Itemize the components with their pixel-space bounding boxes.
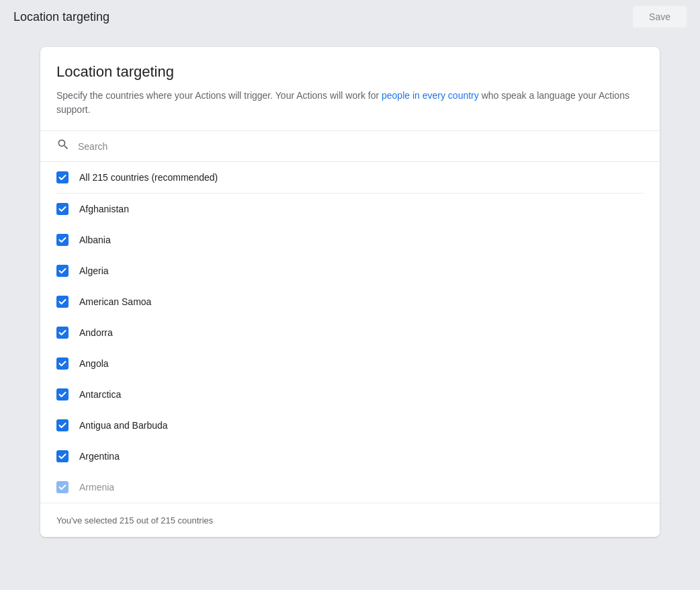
country-name: Algeria [79,265,109,276]
location-targeting-card: Location targeting Specify the countries… [40,47,660,537]
page-content: Location targeting Specify the countries… [0,34,700,550]
search-input[interactable] [78,141,644,152]
country-name: Angola [79,358,109,369]
checkbox[interactable] [56,450,69,462]
checkbox[interactable] [56,296,69,308]
list-item[interactable]: Andorra [40,317,660,348]
list-item[interactable]: Argentina [40,441,660,472]
list-item[interactable]: Armenia [40,472,660,503]
checkbox[interactable] [56,265,69,277]
page-title: Location targeting [13,10,110,24]
top-bar: Location targeting Save [0,0,700,34]
country-name: Afghanistan [79,204,129,214]
list-item[interactable]: All 215 countries (recommended) [40,162,660,193]
checkbox[interactable] [56,357,69,370]
country-name: Antarctica [79,389,121,400]
checkbox[interactable] [56,234,69,246]
footer-text: You've selected 215 out of 215 countries [56,515,213,525]
card-description: Specify the countries where your Actions… [56,89,634,117]
list-item[interactable]: Algeria [40,255,660,286]
country-name: Andorra [79,327,113,338]
country-name: Argentina [79,451,120,462]
country-name: American Samoa [79,296,151,307]
list-item[interactable]: Antigua and Barbuda [40,410,660,441]
card-header: Location targeting Specify the countries… [40,47,660,131]
country-list[interactable]: All 215 countries (recommended) Afghanis… [40,162,660,503]
card-title: Location targeting [56,63,644,81]
list-item[interactable]: Antarctica [40,379,660,410]
country-name: All 215 countries (recommended) [79,172,218,183]
checkbox[interactable] [56,171,69,183]
list-item[interactable]: Angola [40,348,660,379]
country-name: Albania [79,235,111,245]
list-item[interactable]: Albania [40,224,660,255]
list-item[interactable]: American Samoa [40,286,660,317]
card-footer: You've selected 215 out of 215 countries [40,503,660,537]
list-item[interactable]: Afghanistan [40,194,660,224]
checkbox[interactable] [56,203,69,215]
search-icon [56,138,70,155]
search-bar [40,131,660,162]
country-name: Antigua and Barbuda [79,420,168,431]
checkbox[interactable] [56,388,69,401]
save-button[interactable]: Save [633,6,687,28]
checkbox[interactable] [56,481,69,493]
checkbox[interactable] [56,419,69,431]
country-name: Armenia [79,482,114,493]
checkbox[interactable] [56,327,69,339]
